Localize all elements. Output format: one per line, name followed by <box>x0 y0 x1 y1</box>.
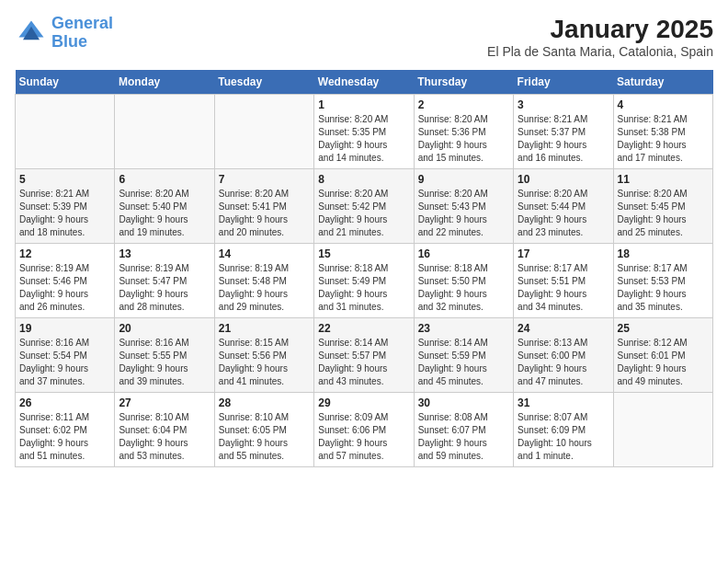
day-info-line: Daylight: 9 hours <box>219 437 310 450</box>
day-number: 31 <box>518 396 609 409</box>
day-info-line: Daylight: 9 hours <box>19 288 110 301</box>
day-info-line: Sunrise: 8:10 AM <box>219 411 310 424</box>
day-info-line: and 19 minutes. <box>119 226 210 239</box>
day-info-line: Sunrise: 8:21 AM <box>518 113 609 126</box>
day-number: 28 <box>219 396 310 409</box>
day-info-line: Sunset: 5:35 PM <box>318 126 409 139</box>
day-info-line: Sunset: 5:53 PM <box>618 275 709 288</box>
day-info-line: Sunset: 5:38 PM <box>618 126 709 139</box>
logo-text: General Blue <box>51 15 113 52</box>
calendar-day-cell: 12Sunrise: 8:19 AMSunset: 5:46 PMDayligh… <box>16 244 115 318</box>
day-number: 22 <box>318 322 409 335</box>
day-of-week-header: Sunday <box>16 70 115 95</box>
calendar-day-cell: 11Sunrise: 8:20 AMSunset: 5:45 PMDayligh… <box>613 169 712 244</box>
day-info-line: Sunrise: 8:17 AM <box>618 262 709 275</box>
day-info-line: and 37 minutes. <box>19 375 110 388</box>
calendar-day-cell: 16Sunrise: 8:18 AMSunset: 5:50 PMDayligh… <box>414 244 513 318</box>
day-number: 16 <box>418 247 509 260</box>
day-info-line: Daylight: 9 hours <box>518 362 609 375</box>
day-info-line: and 15 minutes. <box>418 152 509 165</box>
day-info-line: Sunrise: 8:20 AM <box>618 188 709 201</box>
day-info-line: Sunrise: 8:13 AM <box>518 337 609 350</box>
day-info-line: and 45 minutes. <box>418 375 509 388</box>
calendar-day-cell: 19Sunrise: 8:16 AMSunset: 5:54 PMDayligh… <box>16 318 115 393</box>
calendar-week-row: 19Sunrise: 8:16 AMSunset: 5:54 PMDayligh… <box>16 318 713 393</box>
day-info-line: Sunset: 5:50 PM <box>418 275 509 288</box>
day-info-line: Sunset: 5:56 PM <box>219 350 310 362</box>
day-info-line: Sunset: 5:46 PM <box>19 275 110 288</box>
day-number: 17 <box>518 247 609 260</box>
day-number: 21 <box>219 322 310 335</box>
day-info-line: and 43 minutes. <box>318 375 409 388</box>
day-info-line: Sunrise: 8:19 AM <box>19 262 110 275</box>
calendar-day-cell <box>613 393 712 467</box>
day-number: 3 <box>518 98 609 111</box>
day-info-line: Daylight: 9 hours <box>119 437 210 450</box>
day-info-line: Sunset: 6:06 PM <box>318 424 409 437</box>
calendar-day-cell: 15Sunrise: 8:18 AMSunset: 5:49 PMDayligh… <box>314 244 414 318</box>
day-info-line: Sunrise: 8:14 AM <box>418 337 509 350</box>
day-info-line: Daylight: 9 hours <box>318 362 409 375</box>
day-info-line: Sunset: 5:54 PM <box>19 350 110 362</box>
day-info-line: Sunrise: 8:10 AM <box>119 411 210 424</box>
day-info-line: Sunset: 6:09 PM <box>518 424 609 437</box>
calendar-day-cell: 1Sunrise: 8:20 AMSunset: 5:35 PMDaylight… <box>314 95 414 169</box>
day-info-line: and 25 minutes. <box>618 226 709 239</box>
calendar-day-cell: 9Sunrise: 8:20 AMSunset: 5:43 PMDaylight… <box>414 169 513 244</box>
calendar-day-cell: 26Sunrise: 8:11 AMSunset: 6:02 PMDayligh… <box>16 393 115 467</box>
day-info-line: Sunset: 5:43 PM <box>418 201 509 213</box>
day-number: 25 <box>618 322 709 335</box>
day-info-line: Daylight: 9 hours <box>418 437 509 450</box>
day-info-line: Sunrise: 8:20 AM <box>119 188 210 201</box>
day-info-line: and 29 minutes. <box>219 301 310 314</box>
day-number: 26 <box>19 396 110 409</box>
day-info-line: Daylight: 9 hours <box>318 213 409 226</box>
day-info-line: Daylight: 9 hours <box>219 213 310 226</box>
day-info-line: and 53 minutes. <box>119 450 210 463</box>
calendar-day-cell: 6Sunrise: 8:20 AMSunset: 5:40 PMDaylight… <box>115 169 214 244</box>
day-info-line: Daylight: 9 hours <box>318 437 409 450</box>
day-info-line: Daylight: 9 hours <box>219 288 310 301</box>
day-info-line: Sunrise: 8:08 AM <box>418 411 509 424</box>
day-number: 10 <box>518 173 609 186</box>
calendar-day-cell <box>214 95 313 169</box>
day-number: 4 <box>618 98 709 111</box>
day-of-week-header: Friday <box>514 70 613 95</box>
day-info-line: and 1 minute. <box>518 450 609 463</box>
calendar-day-cell: 17Sunrise: 8:17 AMSunset: 5:51 PMDayligh… <box>514 244 613 318</box>
day-info-line: Sunrise: 8:20 AM <box>318 188 409 201</box>
day-info-line: Daylight: 9 hours <box>618 213 709 226</box>
day-number: 18 <box>618 247 709 260</box>
day-info-line: and 26 minutes. <box>19 301 110 314</box>
calendar-day-cell: 24Sunrise: 8:13 AMSunset: 6:00 PMDayligh… <box>514 318 613 393</box>
day-info-line: Daylight: 9 hours <box>418 288 509 301</box>
calendar-day-cell: 25Sunrise: 8:12 AMSunset: 6:01 PMDayligh… <box>613 318 712 393</box>
day-info-line: Sunrise: 8:20 AM <box>418 113 509 126</box>
day-info-line: Sunrise: 8:21 AM <box>19 188 110 201</box>
day-info-line: and 21 minutes. <box>318 226 409 239</box>
day-info-line: and 31 minutes. <box>318 301 409 314</box>
page-header: General Blue January 2025 El Pla de Sant… <box>15 15 713 59</box>
day-info-line: Sunset: 5:48 PM <box>219 275 310 288</box>
logo-icon <box>15 17 48 50</box>
day-info-line: Sunrise: 8:19 AM <box>119 262 210 275</box>
calendar-header-row: SundayMondayTuesdayWednesdayThursdayFrid… <box>16 70 713 95</box>
calendar-day-cell: 22Sunrise: 8:14 AMSunset: 5:57 PMDayligh… <box>314 318 414 393</box>
day-info-line: and 49 minutes. <box>618 375 709 388</box>
day-info-line: and 55 minutes. <box>219 450 310 463</box>
page-title: January 2025 <box>487 15 713 44</box>
calendar-day-cell: 2Sunrise: 8:20 AMSunset: 5:36 PMDaylight… <box>414 95 513 169</box>
calendar-day-cell: 8Sunrise: 8:20 AMSunset: 5:42 PMDaylight… <box>314 169 414 244</box>
day-info-line: Daylight: 9 hours <box>19 437 110 450</box>
day-info-line: Sunset: 6:02 PM <box>19 424 110 437</box>
day-info-line: and 51 minutes. <box>19 450 110 463</box>
day-number: 6 <box>119 173 210 186</box>
day-info-line: Daylight: 9 hours <box>618 139 709 152</box>
day-info-line: Daylight: 9 hours <box>418 139 509 152</box>
day-info-line: and 34 minutes. <box>518 301 609 314</box>
day-info-line: Sunset: 6:01 PM <box>618 350 709 362</box>
day-info-line: Sunrise: 8:07 AM <box>518 411 609 424</box>
day-of-week-header: Monday <box>115 70 214 95</box>
day-of-week-header: Thursday <box>414 70 513 95</box>
title-block: January 2025 El Pla de Santa Maria, Cata… <box>487 15 713 59</box>
